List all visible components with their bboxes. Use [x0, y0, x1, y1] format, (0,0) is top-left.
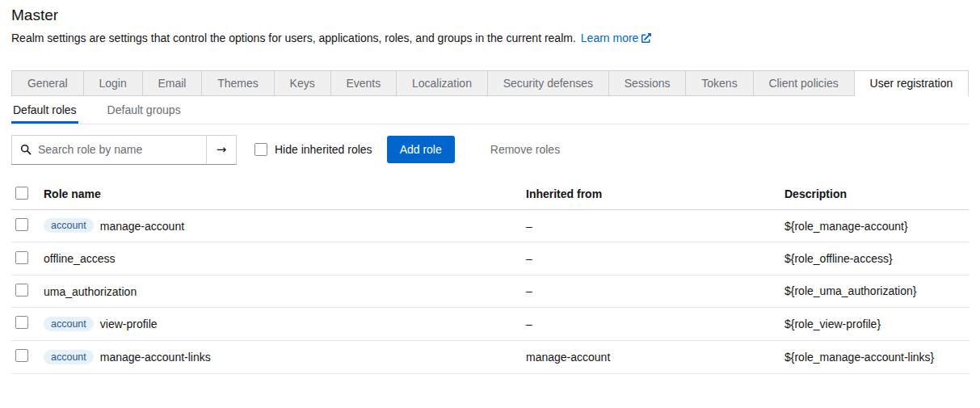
hide-inherited-checkbox-group[interactable]: Hide inherited roles	[254, 143, 372, 156]
row-checkbox[interactable]	[15, 349, 28, 362]
page-title: Master	[11, 6, 969, 25]
tab-tokens[interactable]: Tokens	[686, 71, 753, 96]
sub-tabs: Default rolesDefault groups	[11, 96, 969, 124]
external-link-icon	[641, 33, 651, 43]
role-name: view-profile	[100, 318, 158, 330]
learn-more-label: Learn more	[581, 32, 639, 44]
subtab-default-roles[interactable]: Default roles	[11, 96, 78, 124]
description-cell: ${role_uma_authorization}	[784, 275, 969, 307]
role-name-cell: accountmanage-account-links	[44, 340, 526, 373]
inherited-from-cell: –	[526, 242, 784, 275]
remove-roles-button[interactable]: Remove roles	[490, 143, 560, 156]
role-name-cell: uma_authorization	[44, 275, 526, 307]
client-badge: account	[44, 218, 94, 233]
select-all-checkbox[interactable]	[15, 187, 28, 200]
tab-themes[interactable]: Themes	[202, 71, 274, 96]
table-row: accountmanage-account-linksmanage-accoun…	[11, 340, 969, 373]
tab-general[interactable]: General	[12, 71, 84, 96]
tab-events[interactable]: Events	[331, 71, 397, 96]
description-cell: ${role_offline-access}	[784, 242, 969, 275]
role-name-cell: offline_access	[44, 242, 526, 275]
row-checkbox[interactable]	[15, 284, 28, 297]
column-role-name: Role name	[44, 179, 526, 210]
tab-login[interactable]: Login	[84, 71, 143, 96]
tab-security-defenses[interactable]: Security defenses	[488, 71, 609, 96]
inherited-from-cell: –	[526, 308, 784, 341]
description-cell: ${role_manage-account}	[784, 209, 969, 242]
toolbar: → Hide inherited roles Add role Remove r…	[11, 135, 969, 165]
realm-settings-page: Master Realm settings are settings that …	[0, 0, 980, 374]
tab-keys[interactable]: Keys	[275, 71, 331, 96]
client-badge: account	[44, 350, 94, 364]
inherited-from-cell: –	[526, 209, 784, 242]
table-row: uma_authorization–${role_uma_authorizati…	[11, 275, 969, 307]
role-name-cell: accountmanage-account	[44, 209, 526, 242]
add-role-button[interactable]: Add role	[387, 136, 455, 163]
learn-more-link[interactable]: Learn more	[581, 32, 652, 44]
main-tabs: GeneralLoginEmailThemesKeysEventsLocaliz…	[11, 70, 969, 96]
row-checkbox[interactable]	[15, 316, 28, 329]
role-name-cell: accountview-profile	[44, 308, 526, 341]
description-text: Realm settings are settings that control…	[11, 32, 576, 44]
search-box	[11, 135, 207, 165]
tab-sessions[interactable]: Sessions	[609, 71, 687, 96]
table-row: accountmanage-account–${role_manage-acco…	[11, 209, 969, 242]
table-header-row: Role name Inherited from Description	[11, 179, 969, 210]
role-name: uma_authorization	[44, 285, 137, 298]
row-checkbox[interactable]	[15, 218, 28, 231]
hide-inherited-checkbox[interactable]	[254, 143, 267, 156]
tab-client-policies[interactable]: Client policies	[754, 71, 855, 96]
tab-user-registration[interactable]: User registration	[855, 71, 968, 96]
description-cell: ${role_view-profile}	[784, 308, 969, 341]
role-name: manage-account-links	[100, 351, 211, 364]
row-checkbox[interactable]	[15, 251, 28, 264]
table-row: offline_access–${role_offline-access}	[11, 242, 969, 275]
search-submit-button[interactable]: →	[206, 135, 237, 165]
inherited-from-cell: manage-account	[526, 340, 784, 373]
roles-table: Role name Inherited from Description acc…	[11, 179, 969, 374]
inherited-from-cell: –	[526, 275, 784, 307]
subtab-default-groups[interactable]: Default groups	[106, 96, 183, 124]
page-description: Realm settings are settings that control…	[11, 31, 969, 46]
role-name: offline_access	[44, 253, 115, 266]
roles-table-body: accountmanage-account–${role_manage-acco…	[11, 209, 969, 373]
tab-localization[interactable]: Localization	[397, 71, 488, 96]
client-badge: account	[44, 317, 94, 331]
role-name: manage-account	[100, 220, 184, 233]
search-input[interactable]	[38, 143, 206, 156]
tab-email[interactable]: Email	[143, 71, 203, 96]
table-row: accountview-profile–${role_view-profile}	[11, 308, 969, 341]
search-icon	[20, 144, 32, 155]
column-inherited-from: Inherited from	[526, 179, 784, 210]
hide-inherited-label: Hide inherited roles	[275, 143, 372, 156]
description-cell: ${role_manage-account-links}	[784, 340, 969, 373]
column-description: Description	[784, 179, 969, 210]
